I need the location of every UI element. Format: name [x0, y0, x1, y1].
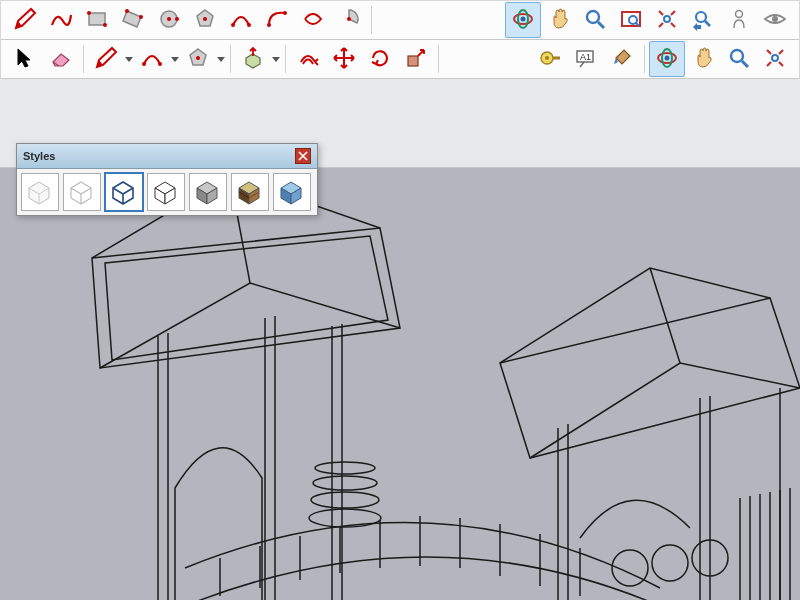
- close-icon: [298, 151, 308, 161]
- eraser-icon: [49, 46, 73, 72]
- arc-group-dropdown[interactable]: [170, 42, 180, 76]
- camera-icon: [727, 7, 751, 33]
- push-pull-tool[interactable]: [235, 41, 271, 77]
- mono-style-icon: [277, 176, 307, 208]
- prev-icon: [691, 7, 715, 33]
- arc2-icon: [265, 7, 289, 33]
- offset-icon: [296, 46, 320, 72]
- line-group[interactable]: [88, 41, 124, 77]
- arc3-tool[interactable]: [295, 2, 331, 38]
- pencil-icon: [13, 7, 37, 33]
- shape-group-dropdown[interactable]: [216, 42, 226, 76]
- pan-icon: [691, 46, 715, 72]
- wire-style-icon: [109, 176, 139, 208]
- select-tool[interactable]: [7, 41, 43, 77]
- pan-icon: [547, 7, 571, 33]
- svg-point-16: [521, 17, 526, 22]
- move-icon: [332, 46, 356, 72]
- circle-tool[interactable]: [151, 2, 187, 38]
- arc-tool[interactable]: [223, 2, 259, 38]
- shaded-style[interactable]: [189, 173, 227, 211]
- arc-group[interactable]: [134, 41, 170, 77]
- curve-icon: [49, 7, 73, 33]
- svg-point-17: [587, 11, 599, 23]
- arc1-icon: [229, 7, 253, 33]
- cursor-icon: [13, 46, 37, 72]
- move-tool[interactable]: [326, 41, 362, 77]
- zoom-icon: [727, 46, 751, 72]
- shaded-style-icon: [193, 176, 223, 208]
- text-icon: A1: [574, 46, 598, 72]
- zoom-tool[interactable]: [577, 2, 613, 38]
- close-button[interactable]: [295, 148, 311, 164]
- orbit-icon: [655, 46, 679, 72]
- zoom-extents-tool[interactable]: [649, 2, 685, 38]
- rectangle-tool[interactable]: [79, 2, 115, 38]
- rotate-tool[interactable]: [362, 41, 398, 77]
- svg-point-29: [196, 56, 200, 60]
- hidden-line-style[interactable]: [147, 173, 185, 211]
- svg-point-67: [652, 545, 688, 581]
- zoom-window-tool[interactable]: [613, 2, 649, 38]
- svg-point-8: [203, 17, 207, 21]
- wireframe-style[interactable]: [105, 173, 143, 211]
- toolbar-separator: [285, 45, 286, 73]
- polygon-icon: [193, 7, 217, 33]
- chevron-down-icon: [171, 57, 179, 62]
- chevron-down-icon: [272, 57, 280, 62]
- tape-measure-tool[interactable]: [532, 41, 568, 77]
- pan-tool[interactable]: [541, 2, 577, 38]
- eraser-tool[interactable]: [43, 41, 79, 77]
- shape-group[interactable]: [180, 41, 216, 77]
- circle-icon: [157, 7, 181, 33]
- orbit-tool-2[interactable]: [649, 41, 685, 77]
- push-pull-tool-dropdown[interactable]: [271, 42, 281, 76]
- pie-tool[interactable]: [331, 2, 367, 38]
- pencil-icon: [94, 46, 118, 72]
- wire-light-style-icon: [67, 176, 97, 208]
- styles-panel-title: Styles: [23, 150, 55, 162]
- svg-point-2: [103, 23, 107, 27]
- shaded-textures-style[interactable]: [231, 173, 269, 211]
- freehand-tool[interactable]: [43, 2, 79, 38]
- chevron-down-icon: [217, 57, 225, 62]
- line-tool[interactable]: [7, 2, 43, 38]
- previous-tool[interactable]: [685, 2, 721, 38]
- pushpull-icon: [241, 46, 265, 72]
- arc2-tool[interactable]: [259, 2, 295, 38]
- viewport[interactable]: [0, 168, 800, 600]
- wireframe-light-style[interactable]: [63, 173, 101, 211]
- offset-tool[interactable]: [290, 41, 326, 77]
- zoom-tool-2[interactable]: [721, 41, 757, 77]
- monochrome-style[interactable]: [273, 173, 311, 211]
- svg-point-27: [142, 62, 146, 66]
- textures-style-icon: [235, 176, 265, 208]
- zoom-extents-2[interactable]: [757, 41, 793, 77]
- xray-style[interactable]: [21, 173, 59, 211]
- scale-tool[interactable]: [398, 41, 434, 77]
- styles-panel-titlebar[interactable]: Styles: [17, 144, 317, 169]
- position-camera-tool[interactable]: [721, 2, 757, 38]
- svg-point-11: [267, 23, 271, 27]
- text-tool[interactable]: A1: [568, 41, 604, 77]
- rotated-rectangle-tool[interactable]: [115, 2, 151, 38]
- svg-point-47: [315, 462, 375, 474]
- svg-rect-0: [89, 13, 105, 25]
- orbit-tool[interactable]: [505, 2, 541, 38]
- line-group-dropdown[interactable]: [124, 42, 134, 76]
- svg-rect-30: [408, 56, 418, 66]
- svg-point-48: [313, 476, 377, 490]
- svg-point-28: [158, 62, 162, 66]
- svg-point-6: [167, 17, 171, 21]
- pan-tool-2[interactable]: [685, 41, 721, 77]
- svg-point-12: [283, 11, 287, 15]
- look-around-tool[interactable]: [757, 2, 793, 38]
- scale-icon: [404, 46, 428, 72]
- styles-panel-body: [17, 169, 317, 215]
- rect-icon: [85, 7, 109, 33]
- polygon-icon: [186, 46, 210, 72]
- rotate-icon: [368, 46, 392, 72]
- polygon-tool[interactable]: [187, 2, 223, 38]
- svg-point-9: [231, 23, 235, 27]
- paint-bucket-tool[interactable]: [604, 41, 640, 77]
